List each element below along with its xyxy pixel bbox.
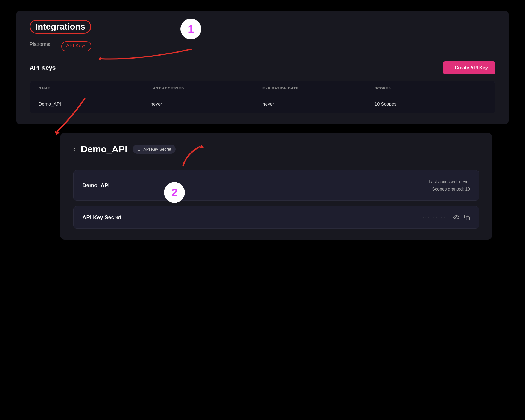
tab-platforms[interactable]: Platforms xyxy=(30,42,50,51)
col-name: NAME xyxy=(39,86,151,90)
integrations-panel: Integrations Platforms API Keys API Keys… xyxy=(16,11,509,124)
reveal-secret-button[interactable] xyxy=(453,214,460,221)
detail-section: 2 ‹ Demo_API 🗒 API Key Secret Demo_API L… xyxy=(60,133,492,240)
col-scopes: SCOPES xyxy=(375,86,487,90)
section-title: API Keys xyxy=(30,64,56,71)
badge-label: API Key Secret xyxy=(143,147,171,151)
api-key-secret-label: API Key Secret xyxy=(82,214,121,221)
svg-rect-5 xyxy=(466,217,469,220)
row-scopes: 10 Scopes xyxy=(375,101,487,107)
copy-secret-button[interactable] xyxy=(464,214,470,220)
api-key-secret-badge[interactable]: 🗒 API Key Secret xyxy=(133,145,176,154)
api-secret-card: API Key Secret ·········· xyxy=(73,206,479,229)
create-api-key-button[interactable]: + Create API Key xyxy=(443,61,495,74)
row-expiration: never xyxy=(262,101,375,107)
api-info-card: Demo_API Last accessed: never Scopes gra… xyxy=(73,170,479,201)
section-header: API Keys + Create API Key xyxy=(30,61,495,74)
svg-point-3 xyxy=(454,216,459,219)
tab-api-keys[interactable]: API Keys xyxy=(66,43,86,48)
table-row[interactable]: Demo_API never never 10 Scopes xyxy=(30,95,495,113)
last-accessed-text: Last accessed: never xyxy=(429,178,470,185)
detail-header: ‹ Demo_API 🗒 API Key Secret xyxy=(73,144,479,161)
row-name: Demo_API xyxy=(39,101,151,107)
detail-cards: Demo_API Last accessed: never Scopes gra… xyxy=(73,170,479,229)
scopes-granted-text: Scopes granted: 10 xyxy=(429,185,470,193)
back-button[interactable]: ‹ xyxy=(73,146,75,153)
svg-point-4 xyxy=(456,217,457,218)
col-expiration: EXPIRATION DATE xyxy=(262,86,375,90)
detail-title: Demo_API xyxy=(81,144,127,154)
col-last-accessed: LAST ACCESSED xyxy=(151,86,263,90)
page-title: Integrations xyxy=(35,22,85,31)
row-last-accessed: never xyxy=(151,101,263,107)
copy-icon: 🗒 xyxy=(137,147,141,151)
tabs-row: Platforms API Keys xyxy=(30,41,495,51)
card-demo-api-label: Demo_API xyxy=(82,182,110,189)
secret-dots: ·········· xyxy=(422,214,449,221)
api-keys-table: NAME LAST ACCESSED EXPIRATION DATE SCOPE… xyxy=(30,81,495,113)
table-header: NAME LAST ACCESSED EXPIRATION DATE SCOPE… xyxy=(30,81,495,95)
secret-actions: ·········· xyxy=(422,214,470,221)
card-meta: Last accessed: never Scopes granted: 10 xyxy=(429,178,470,193)
svg-marker-1 xyxy=(55,131,60,135)
page-title-oval: Integrations xyxy=(30,20,91,34)
